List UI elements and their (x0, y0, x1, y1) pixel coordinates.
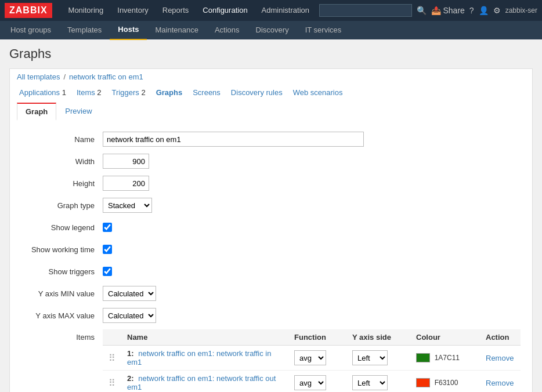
item-1-remove-link[interactable]: Remove (486, 354, 514, 362)
top-nav-items: Monitoring Inventory Reports Configurati… (62, 0, 319, 21)
item-2-colour-cell: F63100 (410, 371, 480, 393)
name-col-header: Name (121, 329, 288, 346)
show-legend-row: Show legend (10, 219, 521, 235)
show-legend-checkbox[interactable] (103, 223, 112, 232)
logo[interactable]: ZABBIX (5, 3, 52, 18)
colour-col-header: Colour (410, 329, 480, 346)
subnav-discovery-rules[interactable]: Discovery rules (229, 87, 285, 98)
help-icon[interactable]: ? (469, 6, 474, 15)
height-label: Height (10, 179, 103, 188)
nav-inventory[interactable]: Inventory (110, 0, 155, 21)
width-label: Width (10, 157, 103, 166)
drag-handle-2[interactable]: ⠿ (103, 371, 121, 393)
search-icon[interactable]: 🔍 (417, 6, 427, 15)
show-working-time-label: Show working time (10, 245, 103, 254)
tab-graph[interactable]: Graph (17, 103, 56, 121)
search-input[interactable] (319, 4, 412, 17)
graph-type-row: Graph type Normal Stacked Pie Exploded (10, 197, 521, 213)
item-2-color-label: F63100 (435, 379, 458, 387)
height-input[interactable] (103, 176, 149, 191)
subnav-web-scenarios[interactable]: Web scenarios (291, 87, 345, 98)
y-axis-max-label: Y axis MAX value (10, 311, 103, 320)
item-2-function-select[interactable]: min avg max all last (294, 375, 326, 390)
breadcrumb-separator: / (63, 72, 66, 81)
height-row: Height (10, 175, 521, 191)
breadcrumb-current[interactable]: network traffic on em1 (69, 72, 143, 81)
item-1-axis-cell: Left Right (346, 346, 410, 371)
second-nav: Host groups Templates Hosts Maintenance … (0, 21, 542, 39)
graph-type-select[interactable]: Normal Stacked Pie Exploded (103, 198, 152, 213)
drag-handle-1[interactable]: ⠿ (103, 346, 121, 371)
items-table: Name Function Y axis side Colour Action … (103, 329, 521, 392)
item-1-function-select[interactable]: min avg max all last (294, 350, 326, 365)
items-label: Items (10, 329, 103, 342)
items-row: Items Name Function Y axis side Colour A… (10, 329, 521, 392)
y-axis-min-label: Y axis MIN value (10, 289, 103, 298)
item-2-axis-select[interactable]: Left Right (352, 375, 388, 390)
form-area: Name Width Height Graph type Normal Stac… (9, 119, 533, 392)
subnav-applications[interactable]: Applications 1 (17, 87, 68, 98)
name-row: Name (10, 131, 521, 147)
function-col-header: Function (288, 329, 346, 346)
item-1-num: 1: (127, 349, 136, 358)
subnav-items[interactable]: Items 2 (74, 87, 104, 98)
page-title: Graphs (9, 46, 533, 61)
top-nav: ZABBIX Monitoring Inventory Reports Conf… (0, 0, 542, 21)
table-row: ⠿ 2: network traffic on em1: network tra… (103, 371, 521, 393)
nav-templates[interactable]: Templates (59, 21, 110, 39)
nav-configuration[interactable]: Configuration (196, 0, 254, 21)
item-1-colour-cell: 1A7C11 (410, 346, 480, 371)
item-1-function-cell: min avg max all last (288, 346, 346, 371)
y-axis-max-select[interactable]: Calculated Fixed Item (103, 308, 156, 323)
show-triggers-checkbox[interactable] (103, 267, 112, 276)
breadcrumb-all-templates[interactable]: All templates (17, 72, 60, 81)
item-2-axis-cell: Left Right (346, 371, 410, 393)
item-2-num: 2: (127, 374, 136, 383)
graph-type-label: Graph type (10, 201, 103, 210)
nav-hosts[interactable]: Hosts (110, 20, 147, 40)
item-2-link[interactable]: network traffic on em1: network traffic … (127, 374, 276, 391)
tabs-container: Graph Preview (9, 100, 533, 119)
item-1-name-cell: 1: network traffic on em1: network traff… (121, 346, 288, 371)
show-triggers-label: Show triggers (10, 267, 103, 276)
sub-nav: Applications 1 Items 2 Triggers 2 Graphs… (9, 85, 533, 100)
subnav-graphs[interactable]: Graphs (154, 87, 185, 98)
name-label: Name (10, 135, 103, 144)
share-icon[interactable]: 📤 Share (431, 6, 465, 15)
top-nav-right: 🔍 📤 Share ? 👤 ⚙ zabbix-ser (319, 4, 537, 17)
table-header-row: Name Function Y axis side Colour Action (103, 329, 521, 346)
nav-host-groups[interactable]: Host groups (2, 21, 59, 39)
item-2-action-cell: Remove (480, 371, 521, 393)
width-input[interactable] (103, 154, 149, 169)
show-working-time-checkbox[interactable] (103, 245, 112, 254)
nav-administration[interactable]: Administration (255, 0, 316, 21)
item-1-action-cell: Remove (480, 346, 521, 371)
action-col-header: Action (480, 329, 521, 346)
item-1-axis-select[interactable]: Left Right (352, 350, 388, 365)
nav-it-services[interactable]: IT services (297, 21, 350, 39)
settings-icon[interactable]: ⚙ (493, 6, 501, 15)
nav-reports[interactable]: Reports (156, 0, 196, 21)
drag-col-header (103, 329, 121, 346)
nav-discovery[interactable]: Discovery (248, 21, 297, 39)
item-1-link[interactable]: network traffic on em1: network traffic … (127, 349, 271, 366)
table-row: ⠿ 1: network traffic on em1: network tra… (103, 346, 521, 371)
user-icon[interactable]: 👤 (479, 6, 489, 15)
server-name: zabbix-ser (505, 6, 537, 14)
nav-monitoring[interactable]: Monitoring (62, 0, 111, 21)
page-content: Graphs All templates / network traffic o… (0, 39, 542, 392)
name-input[interactable] (103, 132, 364, 147)
nav-maintenance[interactable]: Maintenance (147, 21, 206, 39)
subnav-screens[interactable]: Screens (190, 87, 223, 98)
y-axis-min-select[interactable]: Calculated Fixed Item (103, 286, 156, 301)
breadcrumb-area: All templates / network traffic on em1 (9, 68, 533, 85)
item-2-color-box[interactable] (416, 378, 430, 387)
item-2-remove-link[interactable]: Remove (486, 379, 514, 387)
subnav-triggers[interactable]: Triggers 2 (110, 87, 148, 98)
show-working-time-row: Show working time (10, 241, 521, 257)
nav-actions[interactable]: Actions (207, 21, 248, 39)
item-1-color-label: 1A7C11 (435, 354, 460, 362)
tab-preview[interactable]: Preview (56, 103, 100, 121)
item-1-color-box[interactable] (416, 353, 430, 362)
items-container: Name Function Y axis side Colour Action … (103, 329, 521, 392)
